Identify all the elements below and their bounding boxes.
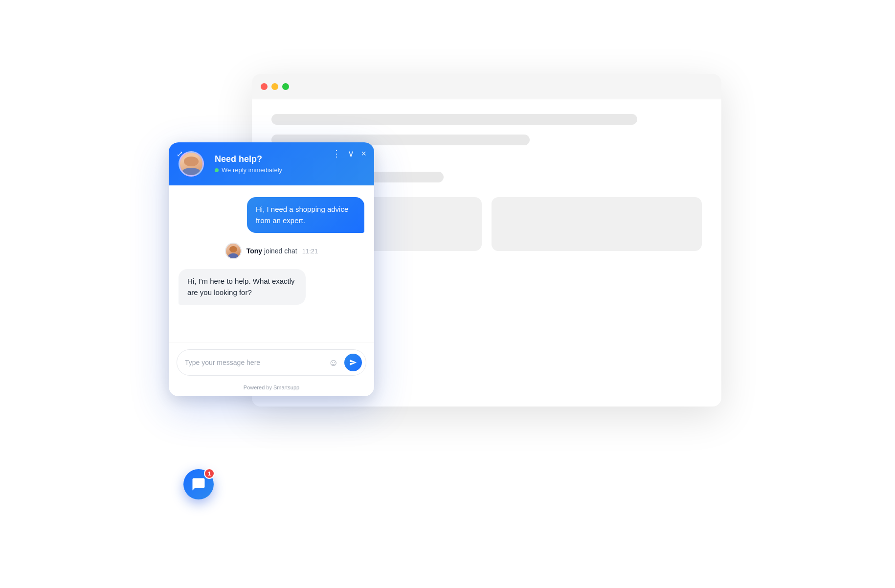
chat-header-status: We reply immediately (215, 166, 364, 174)
tony-avatar-inner (226, 244, 241, 258)
chat-header: ⤢ Need help? We reply immediately ⋮ ∨ × (169, 142, 374, 185)
chat-footer: Powered by Smartsupp (169, 381, 374, 396)
user-bubble: Hi, I need a shopping advice from an exp… (247, 197, 364, 233)
browser-bar-1 (271, 114, 637, 125)
chat-input-area: ☺ (169, 342, 374, 381)
system-join-time: 11:21 (302, 248, 318, 255)
tony-avatar (225, 243, 242, 259)
chat-widget: ⤢ Need help? We reply immediately ⋮ ∨ × (169, 142, 374, 396)
browser-dot-red[interactable] (261, 83, 268, 90)
chat-launcher-icon (191, 477, 206, 492)
browser-card-2 (492, 197, 702, 251)
tony-avatar-head (229, 246, 237, 252)
join-action: joined chat (264, 247, 297, 255)
chat-messages: Hi, I need a shopping advice from an exp… (169, 185, 374, 342)
browser-titlebar (252, 74, 721, 99)
chat-chevron-icon[interactable]: ∨ (348, 149, 354, 158)
send-icon (349, 359, 357, 366)
avatar-body (181, 168, 201, 175)
avatar-head (184, 157, 199, 166)
tony-name: Tony (246, 247, 262, 255)
chat-message-input[interactable] (185, 359, 323, 366)
system-join-message: Tony joined chat 11:21 (179, 243, 364, 259)
chat-close-icon[interactable]: × (361, 149, 366, 158)
chat-avatar (179, 151, 204, 177)
chat-header-controls: ⋮ ∨ × (332, 149, 366, 158)
agent-bubble: Hi, I'm here to help. What exactly are y… (179, 269, 306, 305)
browser-dot-green[interactable] (282, 83, 289, 90)
chat-launcher-button[interactable]: 1 (183, 469, 214, 499)
status-text: We reply immediately (222, 166, 282, 174)
tony-avatar-body (227, 253, 239, 258)
system-join-text: Tony joined chat (246, 247, 297, 255)
powered-by-text: Powered by Smartsupp (244, 384, 299, 390)
notification-badge: 1 (204, 468, 215, 479)
message-agent-1: Hi, I'm here to help. What exactly are y… (179, 269, 364, 305)
chat-input-row: ☺ (177, 349, 366, 376)
message-user-1: Hi, I need a shopping advice from an exp… (179, 197, 364, 233)
chat-dots-icon[interactable]: ⋮ (332, 149, 341, 158)
chat-avatar-face (180, 153, 202, 175)
status-online-dot (215, 168, 219, 172)
emoji-button[interactable]: ☺ (328, 356, 339, 369)
send-button[interactable] (344, 354, 362, 371)
browser-dot-yellow[interactable] (271, 83, 278, 90)
